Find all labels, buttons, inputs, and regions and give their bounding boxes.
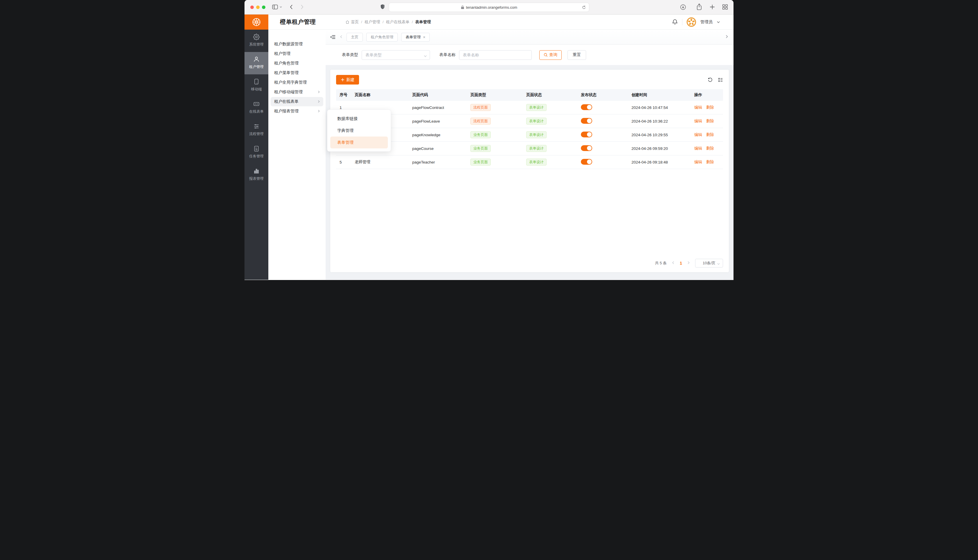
page-number[interactable]: 1 xyxy=(680,261,682,265)
cell-name: 老师管理 xyxy=(351,160,409,165)
next-page-icon[interactable] xyxy=(687,260,690,266)
content-area: 主页 租户角色管理 表单管理× 表单类型 表单名称 xyxy=(326,30,734,280)
tab-tenant-role[interactable]: 租户角色管理 xyxy=(366,33,398,42)
table-header-row: 序号 页面名称 页面代码 页面类型 页面状态 发布状态 创建时间 操作 xyxy=(336,89,723,101)
row-density-icon[interactable] xyxy=(718,77,723,82)
edit-link[interactable]: 编辑 xyxy=(694,132,702,137)
form-name-input[interactable] xyxy=(459,50,532,60)
publish-toggle[interactable] xyxy=(581,132,592,137)
column-header: 页面代码 xyxy=(409,92,467,98)
delete-link[interactable]: 删除 xyxy=(706,160,714,164)
bar-chart-icon xyxy=(253,168,260,174)
chevron-down-icon xyxy=(424,54,427,59)
page-size-select[interactable]: 10条/页 xyxy=(695,259,723,268)
sidebar-item-datasource[interactable]: 租户数据源管理 xyxy=(271,40,323,49)
page-type-badge: 流程页面 xyxy=(470,118,491,125)
rail-item-flow[interactable]: 流程管理 xyxy=(244,119,268,142)
edit-link[interactable]: 编辑 xyxy=(694,160,702,164)
page-title: 橙单租户管理 xyxy=(280,18,316,26)
share-icon[interactable] xyxy=(696,3,703,11)
rail-item-mobile[interactable]: 移动端 xyxy=(244,74,268,97)
avatar[interactable] xyxy=(686,17,696,27)
page-status-badge: 表单设计 xyxy=(526,131,547,138)
column-header: 页面状态 xyxy=(523,92,577,98)
rail-item-label: 在线表单 xyxy=(249,109,264,114)
delete-link[interactable]: 删除 xyxy=(706,119,714,123)
close-icon[interactable]: × xyxy=(423,35,425,39)
refresh-icon[interactable] xyxy=(708,77,713,82)
edit-link[interactable]: 编辑 xyxy=(694,105,702,110)
publish-toggle[interactable] xyxy=(581,145,592,151)
sidebar-item-online-form[interactable]: 租户在线表单 xyxy=(271,97,323,106)
sidebar-toggle-icon[interactable] xyxy=(272,4,282,10)
flyout-item-database-link[interactable]: 数据库链接 xyxy=(330,113,388,125)
sidebar-item-report-mgmt[interactable]: 租户报表管理 xyxy=(271,107,323,116)
cell-created: 2024-04-26 09:59:20 xyxy=(628,147,691,151)
sidebar-item-mobile-mgmt[interactable]: 租户移动端管理 xyxy=(271,87,323,97)
publish-toggle[interactable] xyxy=(581,118,592,124)
sidebar-item-role[interactable]: 租户角色管理 xyxy=(271,59,323,68)
delete-link[interactable]: 删除 xyxy=(706,132,714,137)
app-logo xyxy=(244,15,268,30)
breadcrumb-current: 表单管理 xyxy=(415,20,431,25)
table-card: 新建 序号 页面名称 页面代码 xyxy=(330,70,729,272)
table-row: 5 老师管理 pageTeacher 业务页面 表单设计 2024-04-26 … xyxy=(336,155,723,169)
tab-overview-icon[interactable] xyxy=(722,4,728,10)
bell-icon[interactable] xyxy=(672,19,678,25)
edit-link[interactable]: 编辑 xyxy=(694,119,702,123)
sidebar-item-menu[interactable]: 租户菜单管理 xyxy=(271,68,323,78)
user-name[interactable]: 管理员 xyxy=(700,20,712,25)
back-button[interactable] xyxy=(289,4,294,10)
rail-item-label: 报表管理 xyxy=(249,176,264,181)
breadcrumb-home[interactable]: 首页 xyxy=(345,20,359,25)
rail-item-task[interactable]: 任务管理 xyxy=(244,142,268,164)
sliders-icon xyxy=(253,123,260,130)
tab-scroll-right-icon[interactable] xyxy=(725,35,729,40)
privacy-shield-icon[interactable] xyxy=(380,3,385,10)
new-tab-icon[interactable] xyxy=(709,4,716,10)
publish-toggle[interactable] xyxy=(581,104,592,110)
reset-button[interactable]: 重置 xyxy=(567,50,586,60)
minimize-window-button[interactable] xyxy=(256,5,260,9)
flyout-item-dict-mgmt[interactable]: 字典管理 xyxy=(330,125,388,137)
breadcrumb-separator: / xyxy=(383,20,384,24)
zoom-window-button[interactable] xyxy=(262,5,266,9)
breadcrumb-item[interactable]: 租户在线表单 xyxy=(386,20,410,25)
create-button[interactable]: 新建 xyxy=(336,75,359,85)
tab-scroll-left-icon[interactable] xyxy=(339,35,343,40)
form-type-label: 表单类型 xyxy=(342,52,358,58)
rail-item-online-form[interactable]: 在线表单 xyxy=(244,97,268,119)
delete-link[interactable]: 删除 xyxy=(706,105,714,110)
secondary-sidebar: 租户数据源管理 租户管理 租户角色管理 租户菜单管理 租户全局字典管理 租户移动… xyxy=(268,30,326,280)
address-bar[interactable]: tenantadmin.orangeforms.com xyxy=(389,3,589,12)
sidebar-item-dict[interactable]: 租户全局字典管理 xyxy=(271,78,323,87)
column-header: 序号 xyxy=(336,92,351,98)
window-controls xyxy=(250,5,266,9)
rail-item-system[interactable]: 系统管理 xyxy=(244,30,268,52)
prev-page-icon[interactable] xyxy=(671,260,675,266)
rail-item-tenant[interactable]: 租户管理 xyxy=(244,52,268,74)
edit-link[interactable]: 编辑 xyxy=(694,146,702,150)
form-type-select-input[interactable] xyxy=(362,50,430,60)
page-type-badge: 业务页面 xyxy=(470,131,491,138)
delete-link[interactable]: 删除 xyxy=(706,146,714,150)
tab-form-mgmt[interactable]: 表单管理× xyxy=(401,33,430,42)
downloads-icon[interactable] xyxy=(680,4,686,10)
forward-button[interactable] xyxy=(299,4,305,10)
rail-item-report[interactable]: 报表管理 xyxy=(244,164,268,186)
tab-home[interactable]: 主页 xyxy=(346,33,363,42)
search-icon xyxy=(544,53,548,57)
breadcrumb-item[interactable]: 租户管理 xyxy=(364,20,380,25)
flyout-item-form-mgmt[interactable]: 表单管理 xyxy=(330,137,388,148)
reload-icon[interactable] xyxy=(582,5,586,10)
sidebar-item-tenant[interactable]: 租户管理 xyxy=(271,49,323,58)
query-button[interactable]: 查询 xyxy=(539,50,562,60)
form-type-select[interactable] xyxy=(362,50,430,60)
collapse-menu-icon[interactable] xyxy=(330,34,336,40)
chevron-down-icon[interactable] xyxy=(717,20,720,24)
form-name-field[interactable] xyxy=(459,50,532,60)
publish-toggle[interactable] xyxy=(581,159,592,165)
close-window-button[interactable] xyxy=(250,5,254,9)
breadcrumb: 首页 / 租户管理 / 租户在线表单 / 表单管理 xyxy=(345,20,431,25)
rail-item-label: 移动端 xyxy=(251,87,262,92)
